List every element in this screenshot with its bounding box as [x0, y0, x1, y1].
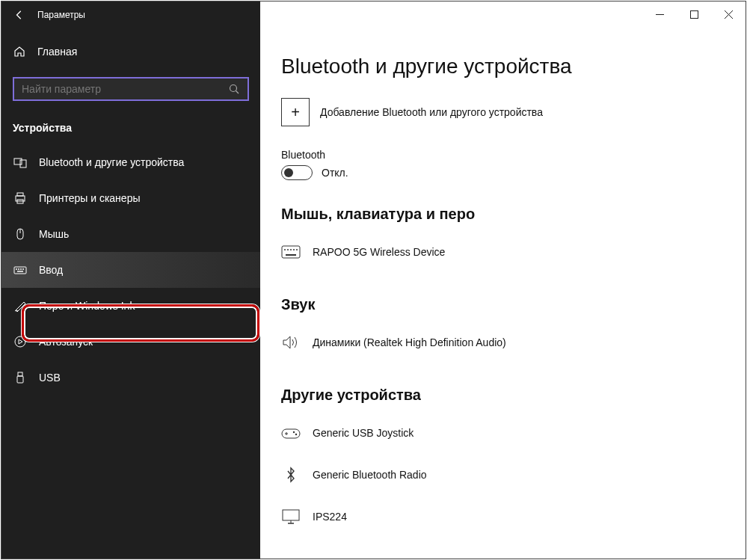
svg-rect-20: [18, 372, 22, 376]
back-button[interactable]: [1, 1, 37, 28]
printer-icon: [13, 191, 27, 205]
autoplay-icon: [13, 335, 27, 348]
plus-icon: +: [281, 98, 310, 126]
add-device-label: Добавление Bluetooth или другого устройс…: [320, 106, 543, 118]
nav-mouse[interactable]: Мышь: [1, 216, 260, 252]
svg-point-32: [293, 431, 295, 433]
svg-point-23: [284, 249, 286, 250]
device-name: IPS224: [313, 511, 347, 523]
device-name: RAPOO 5G Wireless Device: [313, 246, 445, 258]
nav-label: Мышь: [39, 228, 69, 240]
search-input-wrap[interactable]: [13, 77, 249, 101]
svg-point-33: [295, 434, 297, 435]
devices-icon: [13, 156, 27, 169]
svg-point-25: [290, 249, 292, 250]
svg-point-24: [287, 249, 289, 250]
pen-icon: [13, 299, 27, 313]
maximize-button[interactable]: [677, 1, 711, 28]
svg-point-27: [296, 249, 298, 250]
svg-rect-22: [282, 246, 300, 258]
main-content: Bluetooth и другие устройства + Добавлен…: [260, 28, 746, 559]
nav-typing[interactable]: Ввод: [1, 252, 260, 288]
monitor-icon: [281, 508, 301, 525]
svg-point-26: [293, 249, 295, 250]
nav-label: USB: [39, 372, 61, 384]
gamepad-icon: [281, 425, 301, 441]
nav-usb[interactable]: USB: [1, 360, 260, 396]
svg-point-19: [15, 336, 25, 347]
device-rapoo[interactable]: RAPOO 5G Wireless Device: [281, 233, 746, 271]
bluetooth-state: Откл.: [322, 167, 348, 179]
nav-label: Автозапуск: [39, 336, 93, 348]
nav-label: Перо и Windows Ink: [39, 300, 135, 312]
nav-bluetooth-devices[interactable]: Bluetooth и другие устройства: [1, 144, 260, 180]
speaker-icon: [281, 334, 301, 351]
device-speakers[interactable]: Динамики (Realtek High Definition Audio): [281, 324, 746, 361]
nav-printers-scanners[interactable]: Принтеры и сканеры: [1, 180, 260, 216]
svg-line-5: [236, 91, 239, 94]
nav-label: Принтеры и сканеры: [39, 192, 140, 204]
svg-rect-13: [14, 267, 26, 274]
svg-rect-21: [17, 376, 23, 383]
nav-label: Bluetooth и другие устройства: [39, 156, 184, 168]
nav-autoplay[interactable]: Автозапуск: [1, 324, 260, 360]
nav-home[interactable]: Главная: [1, 35, 260, 68]
section-other: Другие устройства: [281, 387, 746, 404]
keyboard-icon: [281, 244, 301, 260]
device-name: Динамики (Realtek High Definition Audio): [313, 336, 506, 348]
section-sound: Звук: [281, 296, 746, 313]
search-input[interactable]: [22, 83, 228, 95]
svg-rect-9: [17, 193, 23, 196]
keyboard-icon: [13, 263, 27, 277]
svg-point-4: [230, 85, 237, 92]
minimize-button[interactable]: [642, 1, 677, 28]
bluetooth-label: Bluetooth: [281, 149, 746, 161]
home-icon: [13, 46, 25, 58]
svg-rect-1: [690, 11, 698, 19]
device-btradio[interactable]: Generic Bluetooth Radio: [281, 456, 746, 493]
bluetooth-icon: [281, 467, 301, 483]
sidebar: Главная Устройства Bluetooth и другие ус…: [1, 28, 260, 559]
device-joystick[interactable]: Generic USB Joystick: [281, 414, 746, 452]
svg-rect-29: [282, 429, 300, 438]
usb-icon: [13, 371, 27, 384]
sidebar-section-title: Устройства: [13, 122, 260, 134]
nav-home-label: Главная: [37, 46, 77, 58]
device-name: Generic USB Joystick: [313, 427, 414, 439]
app-title: Параметры: [37, 10, 85, 20]
svg-rect-7: [20, 160, 26, 167]
bluetooth-toggle[interactable]: [281, 165, 313, 180]
nav-label: Ввод: [39, 264, 63, 276]
device-monitor[interactable]: IPS224: [281, 498, 746, 535]
section-mouse-keyboard: Мышь, клавиатура и перо: [281, 206, 746, 223]
page-title: Bluetooth и другие устройства: [281, 55, 746, 79]
close-button[interactable]: [711, 1, 746, 28]
device-name: Generic Bluetooth Radio: [313, 469, 427, 481]
nav-pen-ink[interactable]: Перо и Windows Ink: [1, 288, 260, 324]
mouse-icon: [13, 227, 27, 241]
add-device-button[interactable]: + Добавление Bluetooth или другого устро…: [281, 98, 746, 126]
search-icon: [228, 83, 240, 95]
svg-rect-34: [283, 510, 299, 520]
